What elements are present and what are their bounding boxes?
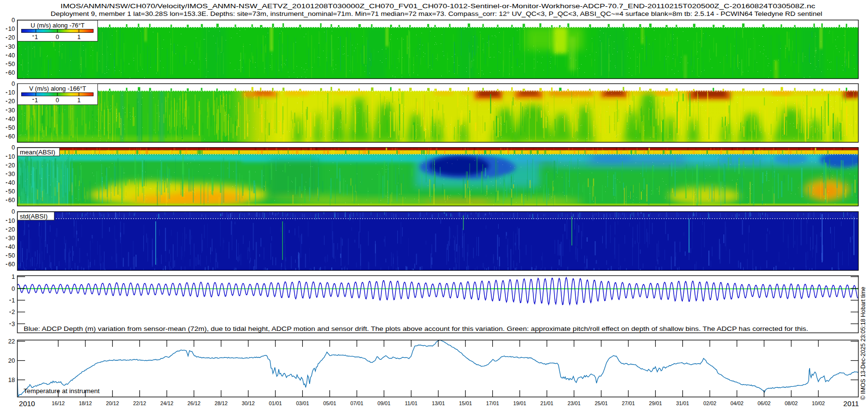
svg-text:21/01: 21/01	[541, 400, 554, 406]
svg-text:50: 50	[8, 188, 15, 195]
svg-text:1: 1	[77, 97, 81, 104]
svg-text:3: 3	[12, 321, 15, 328]
svg-text:60: 60	[8, 261, 15, 268]
svg-text:22: 22	[8, 338, 15, 345]
svg-text:60: 60	[8, 197, 15, 204]
svg-text:05/01: 05/01	[323, 400, 336, 406]
svg-text:27/01: 27/01	[622, 400, 635, 406]
svg-text:11/01: 11/01	[405, 400, 417, 406]
svg-text:08/02: 08/02	[785, 400, 798, 406]
svg-text:29/01: 29/01	[649, 400, 662, 406]
svg-text:23/01: 23/01	[568, 400, 581, 406]
svg-text:1: 1	[35, 97, 38, 104]
svg-text:40: 40	[8, 116, 15, 123]
svg-text:0: 0	[12, 81, 15, 87]
svg-text:10: 10	[8, 89, 15, 96]
svg-text:V (m/s) along -166°T: V (m/s) along -166°T	[29, 85, 86, 92]
svg-text:1: 1	[35, 34, 38, 41]
svg-text:Blue: ADCP Depth (m) variation: Blue: ADCP Depth (m) variation from sens…	[24, 325, 808, 332]
svg-text:20: 20	[8, 357, 15, 364]
svg-text:50: 50	[8, 252, 15, 259]
svg-text:50: 50	[8, 61, 15, 68]
svg-text:15/01: 15/01	[459, 400, 472, 406]
svg-text:20: 20	[8, 162, 15, 169]
svg-text:09/01: 09/01	[378, 400, 391, 406]
svg-text:0: 0	[12, 144, 15, 151]
svg-text:2: 2	[12, 309, 15, 315]
svg-text:30: 30	[8, 107, 15, 114]
svg-text:0: 0	[12, 286, 15, 292]
svg-text:0: 0	[12, 17, 15, 24]
svg-text:60: 60	[8, 133, 15, 140]
svg-text:10: 10	[8, 153, 15, 160]
svg-text:04/02: 04/02	[731, 400, 744, 406]
svg-text:30: 30	[8, 171, 15, 178]
svg-text:40: 40	[8, 244, 15, 250]
svg-text:31/01: 31/01	[676, 400, 689, 406]
svg-text:60: 60	[8, 69, 15, 76]
svg-text:28/12: 28/12	[215, 400, 228, 406]
svg-text:18: 18	[8, 377, 15, 383]
svg-text:Deployment 9, member 1 lat=30.: Deployment 9, member 1 lat=30.28S lon=15…	[51, 10, 822, 17]
svg-text:07/01: 07/01	[350, 400, 363, 406]
svg-text:26/12: 26/12	[188, 400, 201, 406]
svg-text:U (m/s) along -76°T: U (m/s) along -76°T	[31, 22, 85, 29]
svg-text:mean(ABSI): mean(ABSI)	[20, 149, 55, 156]
svg-text:30: 30	[8, 235, 15, 242]
svg-text:02/02: 02/02	[703, 400, 716, 406]
svg-text:Temperature at instrument: Temperature at instrument	[24, 387, 100, 395]
svg-text:20: 20	[8, 226, 15, 233]
svg-text:18/12: 18/12	[79, 400, 92, 406]
svg-text:25/01: 25/01	[595, 400, 608, 406]
svg-text:IMOS/ANMN/NSW/CH070/Velocity/I: IMOS/ANMN/NSW/CH070/Velocity/IMOS_ANMN-N…	[61, 2, 816, 10]
svg-text:50: 50	[8, 124, 15, 131]
svg-text:30/12: 30/12	[242, 400, 255, 406]
svg-text:13/01: 13/01	[432, 400, 445, 406]
svg-text:01/01: 01/01	[269, 400, 282, 406]
svg-text:2011: 2011	[843, 399, 859, 408]
svg-text:16/12: 16/12	[52, 400, 65, 406]
svg-text:0: 0	[56, 97, 59, 104]
svg-text:10/02: 10/02	[812, 400, 825, 406]
svg-text:06/02: 06/02	[758, 400, 771, 406]
svg-text:10: 10	[8, 218, 15, 224]
svg-text:2010: 2010	[19, 399, 35, 408]
svg-text:1: 1	[12, 273, 15, 280]
svg-text:10: 10	[8, 26, 15, 32]
svg-text:19/01: 19/01	[513, 400, 526, 406]
svg-text:© IMOS 13-Dec-2025 23:05:18 Ho: © IMOS 13-Dec-2025 23:05:18 Hobart time	[860, 287, 867, 400]
svg-text:1: 1	[77, 34, 81, 41]
svg-text:22/12: 22/12	[133, 400, 146, 406]
svg-text:1: 1	[12, 297, 15, 304]
svg-text:20: 20	[8, 98, 15, 105]
svg-text:0: 0	[56, 34, 59, 41]
svg-text:std(ABSI): std(ABSI)	[20, 213, 48, 220]
svg-text:20/12: 20/12	[106, 400, 119, 406]
svg-text:03/01: 03/01	[296, 400, 309, 406]
svg-text:30: 30	[8, 43, 15, 50]
svg-text:0: 0	[12, 208, 15, 215]
svg-text:40: 40	[8, 179, 15, 186]
svg-text:20: 20	[8, 34, 15, 41]
svg-text:24/12: 24/12	[160, 400, 173, 406]
svg-text:17/01: 17/01	[486, 400, 499, 406]
svg-text:40: 40	[8, 52, 15, 59]
